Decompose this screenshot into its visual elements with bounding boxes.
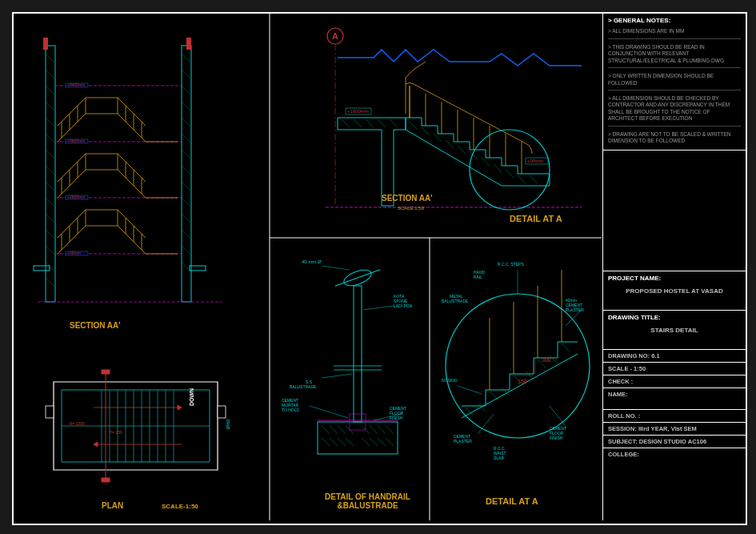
drawing-title-label: DRAWING TITLE:: [608, 314, 741, 322]
svg-text:SLAB: SLAB: [494, 456, 504, 460]
title-block: > GENERAL NOTES: > ALL DIMENSIONS ARE IN…: [602, 14, 746, 520]
section-aa-title: SECTION AA': [70, 321, 121, 330]
svg-point-138: [470, 130, 550, 210]
svg-rect-103: [102, 370, 110, 374]
svg-text:40 mm Ø: 40 mm Ø: [302, 259, 322, 264]
svg-rect-65: [34, 266, 50, 271]
section-detail-drawing: A: [278, 22, 594, 230]
svg-line-163: [378, 438, 386, 446]
svg-text:TO HOLD: TO HOLD: [282, 408, 300, 412]
svg-line-169: [322, 374, 352, 378]
svg-line-126: [518, 175, 526, 183]
note-2: > ONLY WRITTEN DIMENSION SHOULD BE FOLLO…: [608, 71, 741, 88]
svg-rect-76: [218, 406, 226, 418]
handrail-drawing: 40 mm Ø KOTA STONE LADI PGN S.S BALUSTRA…: [278, 246, 426, 486]
svg-text:FINISH: FINISH: [390, 416, 403, 420]
svg-line-203: [566, 310, 582, 326]
svg-rect-34: [43, 38, 48, 50]
svg-text:A: A: [332, 31, 338, 41]
svg-line-8: [46, 102, 55, 111]
svg-text:R.C.C. STEPS: R.C.C. STEPS: [498, 262, 524, 267]
subject-row: SUBJECT: DESIGN STUDIO AC106: [603, 436, 746, 448]
svg-line-6: [46, 70, 55, 79]
rollno-row: ROLL NO. :: [603, 410, 746, 423]
svg-line-125: [506, 170, 514, 178]
section-top-subtitle: DETAIL AT A: [510, 214, 562, 223]
svg-text:NOSING: NOSING: [442, 378, 458, 383]
svg-text:BALUSTRADE: BALUSTRADE: [290, 384, 317, 389]
svg-line-121: [458, 146, 466, 154]
detail-a-title: DETAIL AT A: [486, 496, 538, 506]
svg-line-18: [46, 262, 55, 271]
scale-row: SCALE - 1:50: [603, 363, 746, 375]
college-row: COLLEGE:: [603, 448, 746, 460]
svg-line-144: [335, 270, 380, 287]
svg-line-14: [46, 198, 55, 207]
svg-line-23: [182, 102, 191, 111]
plan-drawing: R= 1500 T= 250 3860 DOWN: [30, 358, 262, 494]
svg-line-116: [390, 119, 398, 127]
svg-text:300: 300: [542, 357, 551, 363]
svg-line-170: [310, 406, 348, 418]
svg-text:LADI PGN: LADI PGN: [394, 303, 413, 308]
svg-line-119: [434, 134, 442, 142]
svg-line-155: [378, 426, 386, 434]
svg-line-13: [46, 182, 55, 191]
handrail-title: DETAIL OF HANDRAIL &BALUSTRADE: [310, 492, 426, 510]
section-aa-panel: +8400mm +5600mm +2800mm +00mm SECTION AA…: [22, 38, 262, 342]
drawing-title: STAIRS DETAIL: [608, 323, 741, 335]
svg-line-10: [46, 134, 55, 143]
svg-line-9: [46, 118, 55, 127]
svg-line-19: [46, 278, 55, 287]
svg-line-162: [370, 438, 378, 446]
svg-text:+00mm: +00mm: [527, 159, 543, 163]
svg-text:RAIL: RAIL: [474, 275, 482, 279]
drawing-sheet: > GENERAL NOTES: > ALL DIMENSIONS ARE IN…: [12, 12, 747, 525]
svg-text:+2800mm: +2800mm: [67, 195, 85, 199]
svg-line-114: [366, 119, 374, 127]
svg-text:T= 250: T= 250: [110, 430, 122, 435]
svg-rect-35: [186, 38, 191, 50]
svg-line-12: [46, 166, 55, 175]
general-notes-heading: > GENERAL NOTES:: [608, 17, 741, 25]
svg-line-117: [410, 122, 418, 130]
project-name-section: PROJECT NAME: PROPOSED HOSTEL AT VASAD: [603, 271, 746, 311]
drawing-title-section: DRAWING TITLE: STAIRS DETAIL: [603, 311, 746, 350]
svg-text:BALUSTRADE: BALUSTRADE: [442, 299, 469, 303]
svg-line-167: [322, 266, 350, 270]
drawing-area: +8400mm +5600mm +2800mm +00mm SECTION AA…: [14, 14, 602, 520]
svg-line-21: [182, 70, 191, 79]
svg-text:+8400mm: +8400mm: [67, 82, 85, 87]
note-3: > ALL DIMENSION SHOULD BE CHECKED BY CON…: [608, 94, 741, 124]
plan-scale: SCALE-1:50: [162, 503, 198, 510]
svg-line-160: [346, 438, 354, 446]
svg-line-24: [182, 118, 191, 127]
svg-line-159: [338, 438, 346, 446]
svg-line-30: [182, 214, 191, 223]
svg-line-120: [446, 140, 454, 148]
svg-line-149: [322, 426, 330, 434]
svg-line-168: [363, 306, 394, 310]
svg-line-187: [490, 391, 498, 399]
title-block-gap: [603, 151, 746, 271]
svg-line-204: [458, 386, 482, 394]
svg-line-154: [370, 426, 378, 434]
svg-line-115: [378, 119, 386, 127]
svg-text:PLASTER: PLASTER: [566, 307, 584, 312]
svg-line-157: [322, 438, 330, 446]
svg-line-22: [182, 86, 191, 95]
svg-line-26: [182, 150, 191, 159]
svg-text:+5600mm: +5600mm: [67, 139, 85, 143]
note-4: > DRAWING ARE NOT TO BE SCALED & WRITTEN…: [608, 130, 741, 147]
svg-line-112: [342, 119, 350, 127]
svg-rect-75: [46, 406, 54, 418]
svg-text:R= 1500: R= 1500: [70, 421, 85, 426]
svg-text:+00mm: +00mm: [67, 251, 81, 255]
svg-line-32: [182, 246, 191, 255]
svg-text:FINISH: FINISH: [550, 436, 563, 440]
svg-rect-66: [190, 266, 206, 271]
handrail-panel: 40 mm Ø KOTA STONE LADI PGN S.S BALUSTRA…: [278, 246, 426, 518]
section-top-title: SECTION AA': [382, 194, 433, 203]
plan-panel: R= 1500 T= 250 3860 DOWN PLAN SCALE-1:50: [30, 358, 262, 510]
svg-line-123: [482, 158, 490, 166]
